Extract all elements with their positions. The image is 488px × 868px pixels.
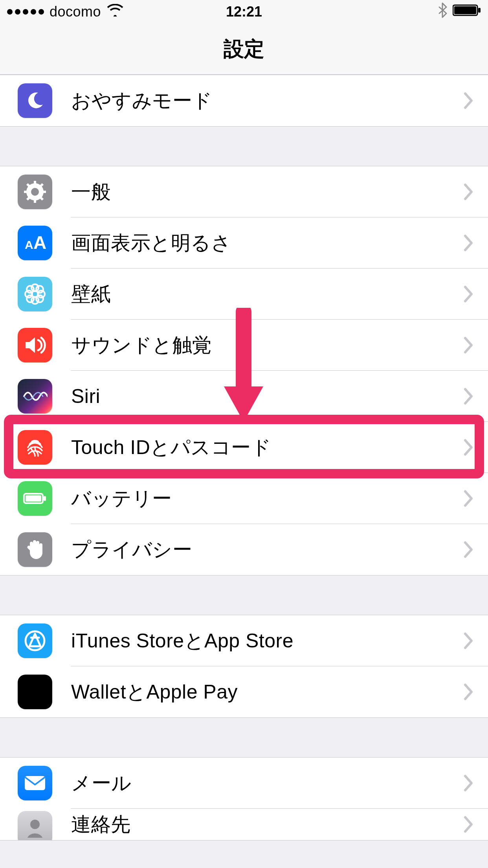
- row-wallet[interactable]: WalletとApple Pay: [0, 666, 488, 717]
- group-general: 一般 A A 画面表示と明るさ 壁紙: [0, 166, 488, 576]
- group-mail: メール 連絡先: [0, 757, 488, 840]
- wallet-icon: [18, 675, 52, 709]
- svg-point-23: [27, 295, 34, 302]
- row-label: 壁紙: [71, 281, 111, 307]
- chevron-right-icon: [463, 473, 474, 524]
- chevron-right-icon: [463, 371, 474, 422]
- chevron-right-icon: [463, 166, 474, 217]
- row-label: WalletとApple Pay: [71, 679, 238, 705]
- row-general[interactable]: 一般: [0, 166, 488, 217]
- svg-point-20: [27, 286, 34, 293]
- mail-icon: [18, 766, 52, 800]
- row-contacts[interactable]: 連絡先: [0, 809, 488, 840]
- svg-text:A: A: [33, 233, 46, 253]
- chevron-right-icon: [463, 422, 474, 473]
- page-title: 設定: [224, 35, 264, 63]
- contacts-icon: [18, 811, 52, 840]
- row-wallpaper[interactable]: 壁紙: [0, 268, 488, 320]
- chevron-right-icon: [463, 615, 474, 666]
- row-label: 画面表示と明るさ: [71, 230, 231, 256]
- svg-line-10: [40, 197, 43, 200]
- chevron-right-icon: [463, 320, 474, 371]
- speaker-icon: [18, 328, 52, 362]
- row-touch-id[interactable]: Touch IDとパスコード: [0, 422, 488, 473]
- svg-text:A: A: [25, 238, 33, 251]
- group-gap: [0, 718, 488, 757]
- group-dnd: おやすみモード: [0, 75, 488, 127]
- row-label: iTunes StoreとApp Store: [71, 628, 294, 654]
- row-label: サウンドと触覚: [71, 332, 212, 359]
- chevron-right-icon: [463, 809, 474, 840]
- battery-row-icon: [18, 481, 52, 516]
- svg-point-22: [36, 286, 43, 293]
- svg-point-31: [30, 820, 40, 829]
- hand-icon: [18, 532, 52, 567]
- svg-rect-30: [25, 776, 45, 790]
- row-sound[interactable]: サウンドと触覚: [0, 320, 488, 371]
- row-label: Touch IDとパスコード: [71, 434, 271, 461]
- gear-icon: [18, 175, 52, 209]
- chevron-right-icon: [463, 75, 474, 126]
- siri-icon: [18, 379, 52, 414]
- nav-bar: 設定: [0, 24, 488, 75]
- moon-icon: [18, 83, 52, 118]
- chevron-right-icon: [463, 758, 474, 809]
- row-battery[interactable]: バッテリー: [0, 473, 488, 524]
- chevron-right-icon: [463, 268, 474, 320]
- svg-line-9: [27, 184, 30, 187]
- group-gap: [0, 127, 488, 166]
- group-store: iTunes StoreとApp Store WalletとApple Pay: [0, 615, 488, 718]
- row-do-not-disturb[interactable]: おやすみモード: [0, 75, 488, 126]
- svg-rect-27: [44, 496, 46, 501]
- row-label: メール: [71, 770, 132, 796]
- row-label: 一般: [71, 179, 111, 205]
- row-siri[interactable]: Siri: [0, 371, 488, 422]
- row-itunes-appstore[interactable]: iTunes StoreとApp Store: [0, 615, 488, 666]
- row-label: おやすみモード: [71, 88, 213, 114]
- svg-line-11: [40, 184, 43, 187]
- svg-rect-26: [26, 495, 41, 502]
- text-size-icon: A A: [18, 226, 52, 260]
- svg-line-12: [27, 197, 30, 200]
- row-display[interactable]: A A 画面表示と明るさ: [0, 217, 488, 268]
- fingerprint-icon: [18, 430, 52, 465]
- chevron-right-icon: [463, 524, 474, 575]
- row-label: Siri: [71, 385, 100, 408]
- svg-point-21: [36, 295, 43, 302]
- status-bar: docomo 12:21: [0, 0, 488, 24]
- chevron-right-icon: [463, 217, 474, 268]
- chevron-right-icon: [463, 666, 474, 717]
- status-time: 12:21: [0, 4, 488, 20]
- flower-icon: [18, 277, 52, 311]
- row-mail[interactable]: メール: [0, 758, 488, 809]
- svg-point-4: [31, 188, 39, 196]
- appstore-icon: [18, 623, 52, 658]
- row-label: 連絡先: [71, 811, 131, 838]
- row-privacy[interactable]: プライバシー: [0, 524, 488, 575]
- row-label: プライバシー: [71, 537, 192, 563]
- row-label: バッテリー: [71, 485, 172, 512]
- group-gap: [0, 576, 488, 615]
